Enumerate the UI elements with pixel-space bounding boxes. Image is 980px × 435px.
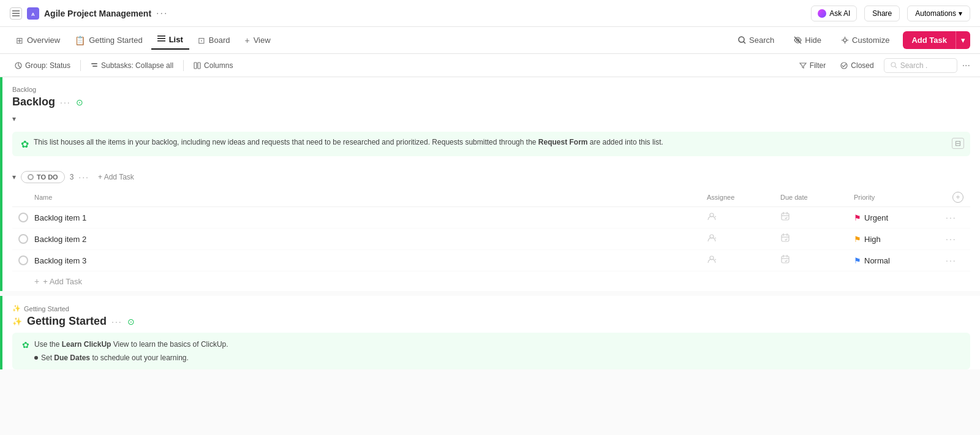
tab-getting-started[interactable]: 📋 Getting Started [69,32,148,49]
tab-view-label: View [254,36,271,45]
todo-status-circle [28,174,34,180]
backlog-refresh-icon[interactable]: ⊙ [76,97,83,107]
project-menu-dots[interactable]: ··· [156,8,168,19]
task-priority-2: ⚑ High [854,235,946,244]
svg-rect-7 [157,40,165,42]
task-name-3: Backlog item 3 [34,256,707,265]
tab-overview[interactable]: ⊞ Overview [10,32,66,49]
automations-chevron: ▾ [959,9,962,18]
task-actions-2[interactable]: ··· [946,234,970,244]
backlog-collapse-arrow[interactable]: ▾ [12,115,16,123]
toolbar-more-button[interactable]: ··· [962,60,970,71]
filter-button[interactable]: Filter [794,59,831,72]
gs-bullet-bold: Due Dates [54,354,90,362]
backlog-collapse-row: ▾ [2,113,980,132]
add-task-dropdown[interactable]: ▾ [956,31,970,49]
tab-getting-started-label: Getting Started [89,36,142,45]
svg-point-12 [843,39,846,42]
automations-button[interactable]: Automations ▾ [907,6,970,21]
todo-count: 3 [70,173,74,181]
sidebar-toggle[interactable] [10,7,22,20]
table-row[interactable]: Backlog item 3 ⚑ Normal ··· [12,250,970,271]
task-circle-3[interactable] [18,255,28,265]
gs-dots-menu[interactable]: ··· [111,317,123,327]
svg-line-9 [744,42,745,44]
share-button[interactable]: Share [864,6,900,21]
customize-button[interactable]: Customize [835,32,895,48]
task-assignee-1[interactable] [707,211,780,224]
task-checkbox-3[interactable] [12,255,34,265]
add-task-button[interactable]: Add Task [903,31,956,49]
gs-bullet-text1: Set [41,354,54,362]
gs-refresh-icon[interactable]: ⊙ [127,317,135,327]
gs-banner: ✿ Use the Learn ClickUp View to learn th… [12,333,970,369]
urgent-flag-icon: ⚑ [854,213,861,222]
svg-rect-5 [157,36,165,37]
task-duedate-2[interactable] [780,233,854,245]
tab-board[interactable]: ⊡ Board [192,32,236,49]
task-circle-2[interactable] [18,234,28,244]
overview-icon: ⊞ [16,36,23,45]
task-priority-label-2: High [864,235,881,244]
search-button[interactable]: Search [732,32,780,48]
closed-button[interactable]: Closed [835,59,878,72]
todo-add-task-inline[interactable]: + Add Task [94,172,138,183]
ask-ai-button[interactable]: Ask AI [811,6,857,21]
tab-view[interactable]: + View [238,32,276,49]
backlog-dots-menu[interactable]: ··· [60,97,71,107]
columns-label: Columns [204,61,233,70]
backlog-info-text: This list houses all the items in your b… [34,138,538,146]
app-icon: A [27,7,39,20]
task-actions-3[interactable]: ··· [946,255,970,265]
toolbar-divider-1 [80,60,81,71]
gs-banner-icon: ✿ [22,340,29,350]
task-assignee-2[interactable] [707,233,780,245]
svg-rect-26 [782,213,789,220]
todo-status-badge: TO DO [21,171,65,183]
search-box[interactable]: Search . [884,58,957,73]
backlog-section-header: Backlog Backlog ··· ⊙ [2,77,980,113]
search-placeholder: Search . [900,61,928,70]
task-name-2: Backlog item 2 [34,235,707,244]
todo-status-header: ▾ TO DO 3 ··· + Add Task [12,166,970,188]
task-duedate-1[interactable] [780,211,854,224]
task-duedate-3[interactable] [780,254,854,267]
task-priority-label-1: Urgent [864,213,888,222]
svg-text:A: A [31,11,35,17]
tab-overview-label: Overview [27,36,60,45]
view-add-icon: + [244,36,249,45]
task-assignee-3[interactable] [707,254,780,267]
backlog-section: Backlog Backlog ··· ⊙ ▾ ✿ This list hous… [0,77,980,291]
task-checkbox-2[interactable] [12,234,34,244]
backlog-info-bold: Request Form [538,138,588,146]
top-bar: A Agile Project Management ··· Ask AI Sh… [0,0,980,27]
columns-button[interactable]: Columns [189,59,238,72]
task-checkbox-1[interactable] [12,213,34,222]
hide-button[interactable]: Hide [788,32,827,48]
subtasks-button[interactable]: Subtasks: Collapse all [86,59,178,72]
todo-collapse-arrow[interactable]: ▾ [12,173,16,181]
add-column-icon[interactable]: + [952,192,963,203]
main-content: Backlog Backlog ··· ⊙ ▾ ✿ This list hous… [0,77,980,435]
group-status-button[interactable]: Group: Status [10,59,75,72]
table-row[interactable]: Backlog item 1 ⚑ Urgent ··· [12,207,970,229]
task-priority-1: ⚑ Urgent [854,213,946,222]
gs-bullet-text: Set Due Dates to schedule out your learn… [41,354,189,362]
table-row[interactable]: Backlog item 2 ⚑ High ··· [12,229,970,250]
todo-dots-menu[interactable]: ··· [78,172,89,182]
task-actions-1[interactable]: ··· [946,213,970,222]
list-icon [157,35,165,45]
add-task-row[interactable]: + + Add Task [12,271,970,291]
banner-collapse-icon[interactable]: ⊟ [952,138,964,149]
svg-line-24 [895,67,897,69]
task-circle-1[interactable] [18,213,28,222]
backlog-title-row: Backlog ··· ⊙ [12,96,970,108]
search-label: Search [749,36,774,45]
gs-banner-bold1: Learn ClickUp [62,340,111,349]
svg-rect-21 [198,62,200,69]
nav-right: Search Hide Customize Add Task ▾ [732,31,970,49]
tab-list[interactable]: List [151,31,189,50]
svg-rect-31 [782,235,789,241]
svg-rect-18 [91,63,97,64]
board-icon: ⊡ [198,36,205,45]
